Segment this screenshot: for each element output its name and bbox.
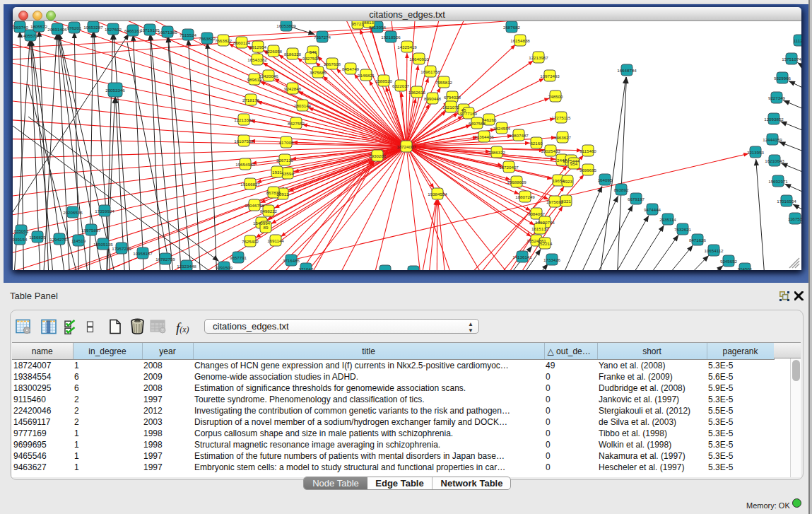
svg-text:15720407: 15720407 (499, 165, 519, 170)
svg-text:12323448: 12323448 (177, 264, 196, 269)
svg-text:9227349: 9227349 (768, 95, 786, 100)
svg-text:7357274: 7357274 (314, 35, 331, 40)
svg-text:1156829: 1156829 (29, 235, 46, 240)
svg-text:6466161: 6466161 (124, 28, 142, 33)
svg-text:2930203: 2930203 (369, 153, 387, 158)
svg-text:17016504: 17016504 (777, 199, 796, 204)
svg-text:9291509: 9291509 (216, 265, 233, 270)
svg-text:88215: 88215 (407, 269, 420, 270)
svg-text:9146821: 9146821 (358, 73, 375, 78)
svg-text:16154838: 16154838 (510, 38, 530, 43)
svg-text:8427552: 8427552 (288, 121, 305, 126)
svg-text:20691406: 20691406 (47, 27, 67, 32)
svg-text:9084067: 9084067 (528, 211, 546, 216)
svg-text:8321: 8321 (561, 199, 571, 204)
svg-text:12213382: 12213382 (234, 117, 254, 122)
svg-text:22420046: 22420046 (259, 74, 278, 78)
svg-text:19384554: 19384554 (428, 192, 447, 197)
svg-text:835061: 835061 (14, 228, 29, 233)
svg-text:104523: 104523 (378, 269, 393, 270)
svg-text:10719185: 10719185 (140, 28, 160, 33)
svg-text:10958167: 10958167 (133, 251, 153, 256)
svg-text:1527602: 1527602 (105, 27, 122, 32)
svg-text:9329966: 9329966 (774, 76, 792, 81)
svg-text:1691144: 1691144 (267, 238, 284, 243)
svg-text:12505135: 12505135 (93, 242, 113, 247)
svg-text:1621072: 1621072 (442, 105, 460, 110)
svg-text:9115460: 9115460 (579, 148, 596, 153)
svg-text:8186328: 8186328 (284, 52, 302, 57)
svg-text:10025433: 10025433 (541, 148, 560, 153)
svg-text:6679197: 6679197 (628, 197, 645, 201)
svg-text:18807249: 18807249 (515, 194, 535, 199)
svg-text:20053346: 20053346 (105, 88, 125, 93)
svg-text:114519: 114519 (71, 238, 86, 243)
svg-text:9242848: 9242848 (284, 86, 302, 91)
svg-text:2803144: 2803144 (294, 103, 312, 108)
svg-text:19218506: 19218506 (381, 35, 401, 40)
svg-text:6497568: 6497568 (469, 121, 486, 126)
svg-text:3875685: 3875685 (310, 70, 327, 75)
svg-text:15692971: 15692971 (768, 179, 788, 184)
svg-text:1615132: 1615132 (531, 226, 549, 231)
svg-text:924501: 924501 (738, 267, 753, 270)
svg-text:2069740: 2069740 (13, 25, 29, 30)
svg-text:116753: 116753 (788, 216, 801, 221)
svg-text:19654983: 19654983 (235, 162, 255, 167)
svg-text:7955812: 7955812 (435, 80, 453, 85)
svg-text:9777169: 9777169 (460, 111, 478, 116)
svg-text:893892: 893892 (614, 187, 629, 192)
svg-text:8498222: 8498222 (260, 209, 278, 214)
svg-text:417006: 417006 (279, 140, 294, 145)
svg-text:10654112: 10654112 (704, 248, 724, 253)
svg-text:16543362: 16543362 (247, 57, 267, 62)
svg-text:164095: 164095 (598, 177, 613, 182)
svg-text:17275115: 17275115 (551, 115, 571, 120)
svg-text:976201: 976201 (67, 25, 82, 30)
svg-text:16648784: 16648784 (617, 68, 637, 73)
svg-text:8912954: 8912954 (249, 45, 267, 49)
svg-text:1588520: 1588520 (375, 78, 393, 83)
svg-text:939154: 939154 (13, 237, 28, 242)
svg-text:3624554: 3624554 (493, 126, 511, 131)
svg-text:18640910: 18640910 (409, 57, 429, 62)
svg-text:10653287: 10653287 (83, 25, 103, 30)
svg-text:9474444: 9474444 (644, 207, 661, 212)
svg-text:18724007: 18724007 (396, 144, 416, 149)
svg-text:7386322: 7386322 (488, 150, 506, 155)
svg-text:971642: 971642 (299, 267, 314, 270)
svg-text:14325419: 14325419 (397, 45, 417, 49)
svg-text:19975887: 19975887 (81, 228, 101, 233)
svg-text:1362615: 1362615 (408, 90, 426, 95)
svg-text:12444159: 12444159 (763, 137, 782, 142)
svg-text:8454749: 8454749 (342, 66, 360, 71)
svg-text:546: 546 (310, 49, 317, 54)
svg-text:3267130: 3267130 (276, 158, 294, 163)
svg-text:10688609: 10688609 (507, 180, 526, 185)
svg-text:867835: 867835 (266, 190, 281, 195)
svg-text:954: 954 (570, 161, 578, 166)
svg-text:2718176: 2718176 (242, 98, 260, 103)
svg-text:3716485: 3716485 (283, 258, 300, 263)
svg-text:16961758: 16961758 (420, 69, 440, 74)
svg-text:6322037: 6322037 (392, 83, 410, 88)
svg-text:9327508: 9327508 (302, 56, 320, 61)
svg-text:2867608: 2867608 (324, 62, 341, 66)
svg-text:12093852: 12093852 (764, 117, 784, 122)
svg-text:7663822: 7663822 (199, 36, 216, 41)
svg-text:6794028: 6794028 (444, 95, 461, 100)
svg-text:16210643: 16210643 (765, 158, 784, 163)
svg-text:8660124: 8660124 (233, 40, 251, 45)
svg-text:19166827: 19166827 (240, 182, 260, 187)
svg-text:9245652: 9245652 (720, 259, 738, 264)
svg-text:10120746: 10120746 (535, 220, 555, 225)
svg-text:12942757: 12942757 (49, 237, 69, 242)
svg-text:12213967: 12213967 (529, 55, 548, 60)
svg-text:2687682: 2687682 (503, 25, 521, 30)
svg-text:2935114: 2935114 (659, 217, 676, 222)
svg-text:20206535: 20206535 (63, 210, 83, 215)
svg-text:8990448: 8990448 (424, 96, 442, 101)
svg-text:17957225: 17957225 (112, 246, 131, 251)
svg-text:10807487: 10807487 (509, 133, 529, 138)
svg-text:11123: 11123 (794, 38, 801, 43)
